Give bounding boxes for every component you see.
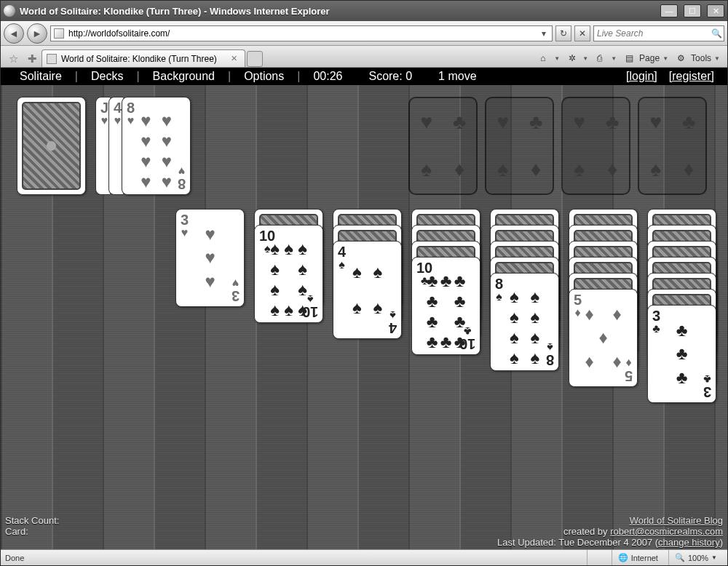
register-link[interactable]: [register] [669, 70, 714, 83]
gear-icon: ⚙ [677, 53, 688, 64]
blog-link[interactable]: World of Solitaire Blog [630, 515, 723, 526]
tableau-2-face[interactable]: 4♠4♠♠♠♠♠ [333, 241, 402, 339]
close-button[interactable]: ✕ [707, 4, 724, 17]
stack-count-label: Stack Count: [5, 515, 59, 526]
print-icon: ⎙ [597, 53, 608, 64]
stock-pile[interactable] [17, 97, 86, 195]
tools-menu[interactable]: ⚙Tools▼ [673, 49, 724, 67]
login-link[interactable]: [login] [626, 70, 657, 83]
window-title: World of Solitaire: Klondike (Turn Three… [20, 6, 654, 17]
game-menu-bar: Solitaire| Decks| Background| Options| 0… [1, 68, 727, 85]
foundation-slot-3[interactable]: ♥♣♠♦ [638, 97, 707, 195]
back-button[interactable]: ◄ [4, 23, 24, 44]
waste-card-2[interactable]: 8♥8♥♥♥♥♥♥♥♥♥ [122, 97, 191, 195]
tableau-3-face[interactable]: 10♣10♣♣♣♣♣♣♣♣♣♣♣ [411, 257, 480, 355]
tab-title: World of Solitaire: Klondike (Turn Three… [61, 54, 217, 64]
game-score: Score: 0 [355, 70, 425, 83]
address-bar[interactable]: ▾ [50, 25, 553, 41]
new-tab-button[interactable] [247, 51, 263, 67]
tableau-4-face[interactable]: 8♠8♠♠♠♠♠♠♠♠♠ [490, 273, 559, 371]
forward-button[interactable]: ► [27, 23, 47, 44]
page-menu[interactable]: ▤Page▼ [621, 49, 673, 67]
tableau-6-face[interactable]: 3♣3♣♣♣♣ [647, 305, 716, 403]
status-text: Done [5, 554, 24, 562]
feeds-button[interactable]: ✲▼ [564, 49, 593, 67]
game-footer: Stack Count: Card: World of Solitaire Bl… [5, 515, 723, 548]
menu-background[interactable]: Background [140, 70, 228, 83]
game-board[interactable]: J♥J♥♥4♥4♥♥♥♥♥8♥8♥♥♥♥♥♥♥♥♥♥♣♠♦♥♣♠♦♥♣♠♦♥♣♠… [1, 85, 727, 549]
add-favorites-icon[interactable]: ✚ [24, 51, 40, 67]
search-box[interactable]: 🔍 [593, 25, 724, 41]
menu-solitaire[interactable]: Solitaire [7, 70, 75, 83]
tableau-0-face[interactable]: 3♥3♥♥♥♥ [175, 209, 245, 307]
zoom-control[interactable]: 🔍100%▼ [668, 550, 723, 565]
history-link[interactable]: change history [658, 537, 720, 548]
command-bar: ☆ ✚ World of Solitaire: Klondike (Turn T… [1, 46, 727, 68]
page-icon [54, 28, 64, 39]
globe-icon: 🌐 [618, 553, 628, 562]
page-label: Page [639, 53, 660, 63]
ie-icon [4, 5, 15, 17]
rss-icon: ✲ [569, 53, 579, 64]
tab-favicon [47, 54, 57, 64]
game-viewport: Solitaire| Decks| Background| Options| 0… [1, 68, 727, 549]
maximize-button[interactable]: ☐ [684, 4, 701, 17]
url-input[interactable] [67, 28, 536, 39]
foundation-slot-2[interactable]: ♥♣♠♦ [561, 97, 630, 195]
home-icon: ⌂ [540, 53, 551, 64]
status-bar: Done 🌐Internet 🔍100%▼ [1, 549, 727, 565]
tools-label: Tools [691, 53, 711, 63]
print-button[interactable]: ⎙▼ [593, 49, 621, 67]
favorites-star-icon[interactable]: ☆ [5, 51, 21, 67]
menu-decks[interactable]: Decks [78, 70, 136, 83]
minimize-button[interactable]: — [660, 4, 678, 17]
author-link[interactable]: robert@cosmicrealms.com [610, 526, 723, 537]
game-moves: 1 move [425, 70, 489, 83]
tableau-5-face[interactable]: 5♦5♦♦♦♦♦♦ [569, 289, 638, 387]
url-dropdown-icon[interactable]: ▾ [539, 28, 549, 39]
titlebar: World of Solitaire: Klondike (Turn Three… [1, 1, 727, 21]
nav-bar: ◄ ► ▾ ↻ ✕ 🔍 [1, 21, 727, 46]
zoom-icon: 🔍 [675, 553, 685, 562]
card-label: Card: [5, 526, 59, 537]
foundation-slot-0[interactable]: ♥♣♠♦ [408, 97, 478, 195]
protected-mode [587, 550, 607, 565]
tab-close-icon[interactable]: ✕ [231, 54, 237, 63]
search-input[interactable] [594, 28, 710, 39]
page-icon-cmd: ▤ [625, 53, 636, 64]
tableau-1-face[interactable]: 10♠10♠♠♠♠♠♠♠♠♠♠♠ [254, 225, 323, 323]
security-zone: 🌐Internet [612, 550, 664, 565]
menu-options[interactable]: Options [231, 70, 297, 83]
refresh-button[interactable]: ↻ [555, 25, 571, 41]
search-icon[interactable]: 🔍 [710, 28, 724, 39]
foundation-slot-1[interactable]: ♥♣♠♦ [485, 97, 554, 195]
home-button[interactable]: ⌂▼ [536, 49, 564, 67]
stop-button[interactable]: ✕ [574, 25, 590, 41]
game-timer: 00:26 [300, 70, 355, 83]
browser-tab[interactable]: World of Solitaire: Klondike (Turn Three… [41, 49, 245, 67]
